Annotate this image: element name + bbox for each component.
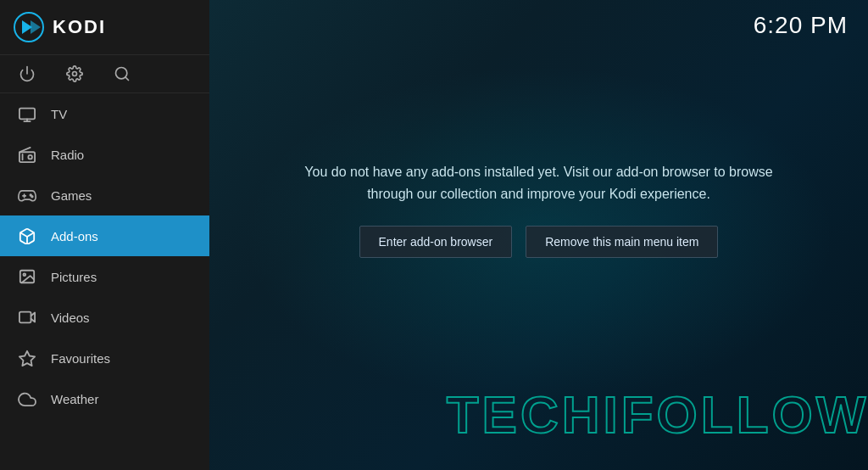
svg-point-16 <box>31 196 33 198</box>
videos-icon <box>17 307 37 327</box>
sidebar-item-videos-label: Videos <box>51 311 90 325</box>
games-icon <box>17 185 37 205</box>
sidebar-header: KODI <box>0 0 209 55</box>
svg-marker-21 <box>19 351 35 366</box>
content-center: You do not have any add-ons installed ye… <box>285 161 793 257</box>
svg-point-19 <box>23 273 25 276</box>
settings-button[interactable] <box>66 65 83 82</box>
svg-marker-2 <box>31 20 41 34</box>
addons-icon <box>17 226 37 246</box>
sidebar-item-radio[interactable]: Radio <box>0 134 209 175</box>
enter-addon-browser-button[interactable]: Enter add-on browser <box>359 226 513 258</box>
sidebar-item-games[interactable]: Games <box>0 175 209 215</box>
sidebar-top-icons <box>0 55 209 93</box>
kodi-logo-icon <box>14 12 44 42</box>
sidebar-item-tv-label: TV <box>51 107 67 121</box>
sidebar-nav: TV Radio <box>0 93 209 470</box>
sidebar: KODI <box>0 0 209 470</box>
favourites-icon <box>17 348 37 368</box>
sidebar-item-weather[interactable]: Weather <box>0 378 209 419</box>
svg-point-4 <box>73 72 77 76</box>
main-content: 6:20 PM You do not have any add-ons inst… <box>209 0 868 470</box>
sidebar-item-favourites[interactable]: Favourites <box>0 338 209 378</box>
sidebar-item-weather-label: Weather <box>51 392 98 406</box>
weather-icon <box>17 389 37 409</box>
radio-icon <box>17 144 37 165</box>
search-button[interactable] <box>114 65 131 82</box>
svg-line-6 <box>125 77 129 81</box>
sidebar-item-tv[interactable]: TV <box>0 93 209 134</box>
app-title: KODI <box>53 16 106 38</box>
sidebar-item-pictures[interactable]: Pictures <box>0 256 209 297</box>
svg-rect-20 <box>19 312 31 323</box>
buttons-row: Enter add-on browser Remove this main me… <box>359 226 719 258</box>
sidebar-item-addons-label: Add-ons <box>51 229 98 243</box>
sidebar-item-pictures-label: Pictures <box>51 270 97 284</box>
remove-main-menu-item-button[interactable]: Remove this main menu item <box>526 226 718 258</box>
pictures-icon <box>17 266 37 287</box>
power-button[interactable] <box>19 65 36 82</box>
sidebar-item-games-label: Games <box>51 188 92 203</box>
sidebar-item-videos[interactable]: Videos <box>0 297 209 338</box>
svg-rect-7 <box>19 109 35 120</box>
svg-point-11 <box>28 155 32 159</box>
tv-icon <box>17 104 37 124</box>
info-text: You do not have any add-ons installed ye… <box>285 161 793 204</box>
time-display: 6:20 PM <box>754 12 848 39</box>
sidebar-item-addons[interactable]: Add-ons <box>0 215 209 256</box>
watermark-text: TECHIFOLLOWS <box>447 384 868 445</box>
sidebar-item-favourites-label: Favourites <box>51 351 110 366</box>
sidebar-item-radio-label: Radio <box>51 148 84 162</box>
